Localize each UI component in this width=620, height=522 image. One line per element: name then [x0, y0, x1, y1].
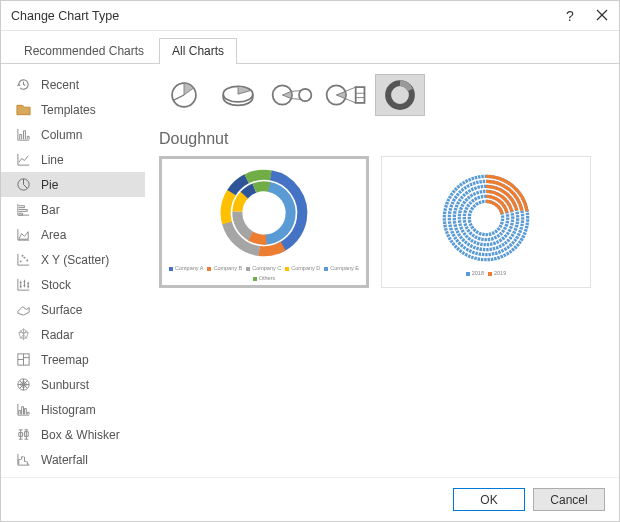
- sidebar-item-treemap[interactable]: Treemap: [1, 347, 145, 372]
- bar-icon: [15, 202, 31, 218]
- column-icon: [15, 127, 31, 143]
- sidebar-item-waterfall[interactable]: Waterfall: [1, 447, 145, 472]
- bar-of-pie-icon: [324, 81, 368, 109]
- sidebar-item-recent[interactable]: Recent: [1, 72, 145, 97]
- doughnut-preview-2-icon: [431, 168, 541, 268]
- treemap-icon: [15, 352, 31, 368]
- sidebar-item-label: Histogram: [41, 403, 96, 417]
- ok-button[interactable]: OK: [453, 488, 525, 511]
- sidebar-item-area[interactable]: Area: [1, 222, 145, 247]
- sidebar-item-templates[interactable]: Templates: [1, 97, 145, 122]
- pie-of-pie-icon: [270, 81, 314, 109]
- svg-rect-18: [356, 87, 365, 103]
- sidebar-item-label: X Y (Scatter): [41, 253, 109, 267]
- preview-1-legend: Company A Company B Company C Company D …: [166, 265, 362, 281]
- close-button[interactable]: [593, 8, 611, 24]
- sidebar-item-label: Recent: [41, 78, 79, 92]
- sidebar-item-histogram[interactable]: Histogram: [1, 397, 145, 422]
- window-controls: ?: [561, 8, 611, 24]
- svg-point-3: [19, 260, 21, 262]
- subtype-title: Doughnut: [159, 130, 605, 148]
- sidebar-item-label: Treemap: [41, 353, 89, 367]
- subtype-pie-3d[interactable]: [213, 74, 263, 116]
- main-panel: Doughnut: [145, 64, 619, 477]
- sidebar-item-pie[interactable]: Pie: [1, 172, 145, 197]
- surface-icon: [15, 302, 31, 318]
- sidebar-item-label: Area: [41, 228, 66, 242]
- svg-point-4: [23, 257, 25, 259]
- line-icon: [15, 152, 31, 168]
- scatter-icon: [15, 252, 31, 268]
- sidebar-item-stock[interactable]: Stock: [1, 272, 145, 297]
- recent-icon: [15, 77, 31, 93]
- svg-line-21: [345, 87, 356, 91]
- sunburst-icon: [15, 377, 31, 393]
- close-icon: [596, 9, 608, 21]
- svg-point-6: [21, 255, 23, 257]
- sidebar-item-sunburst[interactable]: Sunburst: [1, 372, 145, 397]
- svg-line-11: [174, 95, 184, 100]
- sidebar-item-boxwhisker[interactable]: Box & Whisker: [1, 422, 145, 447]
- templates-icon: [15, 102, 31, 118]
- area-icon: [15, 227, 31, 243]
- histogram-icon: [15, 402, 31, 418]
- preview-doughnut-years[interactable]: 2018 2019: [381, 156, 591, 288]
- dialog-footer: OK Cancel: [1, 477, 619, 521]
- subtype-pie-of-pie[interactable]: [267, 74, 317, 116]
- svg-point-5: [26, 260, 28, 262]
- window-title: Change Chart Type: [11, 9, 119, 23]
- sidebar-item-label: Waterfall: [41, 453, 88, 467]
- sidebar-item-label: Templates: [41, 103, 96, 117]
- doughnut-preview-1-icon: [209, 163, 319, 263]
- subtype-bar-of-pie[interactable]: [321, 74, 371, 116]
- sidebar-item-label: Stock: [41, 278, 71, 292]
- sidebar-item-label: Pie: [41, 178, 58, 192]
- titlebar: Change Chart Type ?: [1, 1, 619, 31]
- tab-strip: Recommended Charts All Charts: [1, 31, 619, 64]
- subtype-pie[interactable]: [159, 74, 209, 116]
- waterfall-icon: [15, 452, 31, 468]
- sidebar-item-label: Bar: [41, 203, 60, 217]
- preview-row: Company A Company B Company C Company D …: [159, 156, 605, 288]
- sidebar-item-label: Surface: [41, 303, 82, 317]
- preview-2-legend: 2018 2019: [466, 270, 507, 276]
- sidebar-item-scatter[interactable]: X Y (Scatter): [1, 247, 145, 272]
- chart-type-sidebar: Recent Templates Column Line Pie: [1, 64, 145, 477]
- doughnut-icon: [383, 78, 417, 112]
- radar-icon: [15, 327, 31, 343]
- svg-line-22: [345, 99, 356, 103]
- cancel-button[interactable]: Cancel: [533, 488, 605, 511]
- pie-2d-icon: [167, 78, 201, 112]
- sidebar-item-label: Sunburst: [41, 378, 89, 392]
- sidebar-item-label: Radar: [41, 328, 74, 342]
- subtype-row: [159, 74, 605, 116]
- svg-point-27: [217, 166, 311, 260]
- tab-all-charts[interactable]: All Charts: [159, 38, 237, 64]
- tab-recommended[interactable]: Recommended Charts: [11, 38, 157, 64]
- pie-icon: [15, 177, 31, 193]
- preview-doughnut-companies[interactable]: Company A Company B Company C Company D …: [159, 156, 369, 288]
- sidebar-item-label: Box & Whisker: [41, 428, 120, 442]
- subtype-doughnut[interactable]: [375, 74, 425, 116]
- sidebar-item-surface[interactable]: Surface: [1, 297, 145, 322]
- svg-point-14: [299, 89, 311, 101]
- sidebar-item-line[interactable]: Line: [1, 147, 145, 172]
- sidebar-item-radar[interactable]: Radar: [1, 322, 145, 347]
- boxwhisker-icon: [15, 427, 31, 443]
- sidebar-item-label: Line: [41, 153, 64, 167]
- pie-3d-icon: [218, 80, 258, 110]
- sidebar-item-bar[interactable]: Bar: [1, 197, 145, 222]
- help-button[interactable]: ?: [561, 8, 579, 24]
- sidebar-item-label: Column: [41, 128, 82, 142]
- sidebar-item-column[interactable]: Column: [1, 122, 145, 147]
- stock-icon: [15, 277, 31, 293]
